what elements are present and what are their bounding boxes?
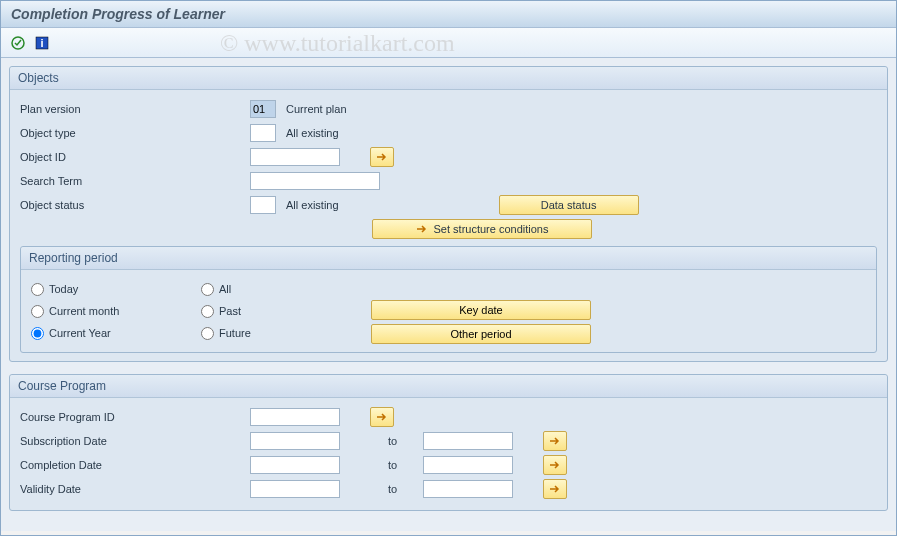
completion-date-to-input[interactable]: [423, 456, 513, 474]
subscription-date-from-input[interactable]: [250, 432, 340, 450]
to-label: to: [388, 459, 408, 471]
radio-past[interactable]: Past: [201, 300, 371, 322]
arrow-right-icon: [549, 460, 561, 470]
radio-current-month[interactable]: Current month: [31, 300, 201, 322]
course-program-panel: Course Program Course Program ID Subscri…: [9, 374, 888, 511]
subscription-date-selection-button[interactable]: [543, 431, 567, 451]
completion-date-from-input[interactable]: [250, 456, 340, 474]
arrow-right-icon: [549, 436, 561, 446]
arrow-right-icon: [416, 224, 428, 234]
object-type-input[interactable]: [250, 124, 276, 142]
objects-panel-title: Objects: [10, 67, 887, 90]
content-area: Objects Plan version Current plan Object…: [1, 58, 896, 531]
validity-date-label: Validity Date: [20, 483, 250, 495]
radio-today[interactable]: Today: [31, 278, 201, 300]
svg-text:i: i: [40, 37, 43, 49]
completion-date-label: Completion Date: [20, 459, 250, 471]
course-program-id-input[interactable]: [250, 408, 340, 426]
radio-current-year[interactable]: Current Year: [31, 322, 201, 344]
radio-all[interactable]: All: [201, 278, 371, 300]
validity-date-selection-button[interactable]: [543, 479, 567, 499]
radio-future[interactable]: Future: [201, 322, 371, 344]
to-label: to: [388, 435, 408, 447]
object-id-input[interactable]: [250, 148, 340, 166]
search-term-label: Search Term: [20, 175, 250, 187]
objects-panel: Objects Plan version Current plan Object…: [9, 66, 888, 362]
titlebar: Completion Progress of Learner: [1, 1, 896, 28]
page-title: Completion Progress of Learner: [11, 6, 225, 22]
validity-date-to-input[interactable]: [423, 480, 513, 498]
object-status-text: All existing: [286, 199, 339, 211]
completion-date-selection-button[interactable]: [543, 455, 567, 475]
other-period-button[interactable]: Other period: [371, 324, 591, 344]
key-date-button[interactable]: Key date: [371, 300, 591, 320]
course-program-id-label: Course Program ID: [20, 411, 250, 423]
info-icon[interactable]: i: [33, 34, 51, 52]
plan-version-text: Current plan: [286, 103, 347, 115]
set-structure-conditions-button[interactable]: Set structure conditions: [372, 219, 592, 239]
plan-version-input[interactable]: [250, 100, 276, 118]
to-label: to: [388, 483, 408, 495]
object-id-label: Object ID: [20, 151, 250, 163]
toolbar: i: [1, 28, 896, 58]
object-type-label: Object type: [20, 127, 250, 139]
arrow-right-icon: [376, 152, 388, 162]
object-type-text: All existing: [286, 127, 339, 139]
course-program-id-selection-button[interactable]: [370, 407, 394, 427]
object-id-selection-button[interactable]: [370, 147, 394, 167]
subscription-date-label: Subscription Date: [20, 435, 250, 447]
arrow-right-icon: [549, 484, 561, 494]
validity-date-from-input[interactable]: [250, 480, 340, 498]
object-status-input[interactable]: [250, 196, 276, 214]
plan-version-label: Plan version: [20, 103, 250, 115]
arrow-right-icon: [376, 412, 388, 422]
search-term-input[interactable]: [250, 172, 380, 190]
reporting-period-title: Reporting period: [21, 247, 876, 270]
reporting-period-panel: Reporting period Today Current month Cur…: [20, 246, 877, 353]
course-program-title: Course Program: [10, 375, 887, 398]
execute-icon[interactable]: [9, 34, 27, 52]
object-status-label: Object status: [20, 199, 250, 211]
subscription-date-to-input[interactable]: [423, 432, 513, 450]
data-status-button[interactable]: Data status: [499, 195, 639, 215]
